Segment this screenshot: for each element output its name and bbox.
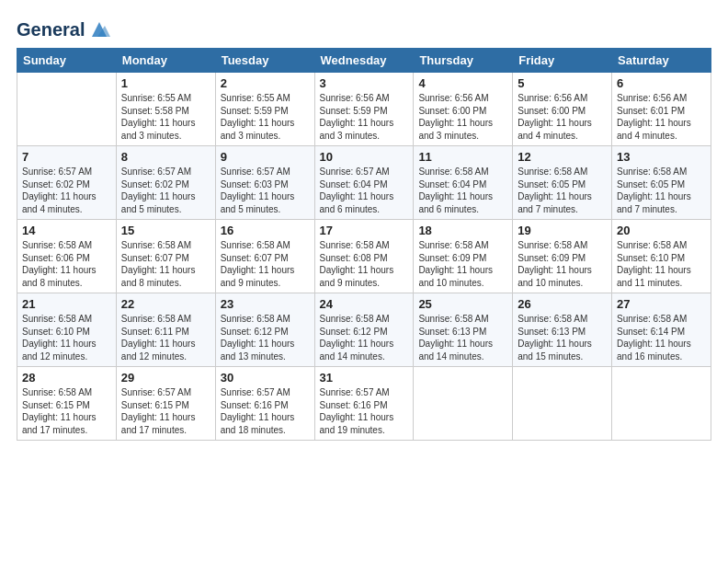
calendar-cell: 20Sunrise: 6:58 AMSunset: 6:10 PMDayligh… xyxy=(612,220,711,293)
day-info: Sunrise: 6:58 AMSunset: 6:09 PMDaylight:… xyxy=(518,239,607,289)
calendar-cell: 6Sunrise: 6:56 AMSunset: 6:01 PMDaylight… xyxy=(612,73,711,146)
calendar-cell: 8Sunrise: 6:57 AMSunset: 6:02 PMDaylight… xyxy=(116,146,215,220)
calendar-cell: 1Sunrise: 6:55 AMSunset: 5:58 PMDaylight… xyxy=(116,73,215,146)
weekday-saturday: Saturday xyxy=(612,49,711,73)
day-number: 8 xyxy=(121,150,210,164)
day-number: 21 xyxy=(22,297,111,311)
week-row-2: 7Sunrise: 6:57 AMSunset: 6:02 PMDaylight… xyxy=(17,146,711,220)
day-info: Sunrise: 6:58 AMSunset: 6:15 PMDaylight:… xyxy=(22,386,111,436)
calendar-cell: 2Sunrise: 6:55 AMSunset: 5:59 PMDaylight… xyxy=(215,73,314,146)
day-info: Sunrise: 6:58 AMSunset: 6:13 PMDaylight:… xyxy=(518,313,607,362)
weekday-wednesday: Wednesday xyxy=(314,49,414,73)
day-number: 23 xyxy=(221,297,310,311)
day-number: 26 xyxy=(518,297,607,311)
weekday-header-row: SundayMondayTuesdayWednesdayThursdayFrid… xyxy=(17,49,711,73)
calendar-cell: 29Sunrise: 6:57 AMSunset: 6:15 PMDayligh… xyxy=(116,367,215,441)
day-number: 16 xyxy=(221,224,310,237)
calendar-cell: 12Sunrise: 6:58 AMSunset: 6:05 PMDayligh… xyxy=(513,146,612,220)
calendar-cell: 14Sunrise: 6:58 AMSunset: 6:06 PMDayligh… xyxy=(17,220,117,293)
day-number: 19 xyxy=(518,224,607,237)
calendar-cell xyxy=(17,73,117,146)
logo-icon xyxy=(86,17,112,42)
calendar-cell: 7Sunrise: 6:57 AMSunset: 6:02 PMDaylight… xyxy=(17,146,117,220)
day-number: 3 xyxy=(320,76,409,90)
day-number: 30 xyxy=(221,371,310,385)
day-info: Sunrise: 6:57 AMSunset: 6:02 PMDaylight:… xyxy=(22,166,111,215)
calendar-cell: 15Sunrise: 6:58 AMSunset: 6:07 PMDayligh… xyxy=(116,220,215,293)
calendar-cell: 31Sunrise: 6:57 AMSunset: 6:16 PMDayligh… xyxy=(314,367,414,441)
day-number: 7 xyxy=(22,150,111,164)
day-number: 10 xyxy=(320,150,409,164)
calendar-cell xyxy=(513,367,612,441)
weekday-monday: Monday xyxy=(116,49,215,73)
calendar-cell: 30Sunrise: 6:57 AMSunset: 6:16 PMDayligh… xyxy=(215,367,314,441)
day-number: 4 xyxy=(418,76,507,90)
day-info: Sunrise: 6:58 AMSunset: 6:05 PMDaylight:… xyxy=(617,166,706,215)
day-info: Sunrise: 6:57 AMSunset: 6:03 PMDaylight:… xyxy=(221,166,310,215)
weekday-thursday: Thursday xyxy=(414,49,513,73)
day-info: Sunrise: 6:58 AMSunset: 6:10 PMDaylight:… xyxy=(22,313,111,362)
day-info: Sunrise: 6:58 AMSunset: 6:12 PMDaylight:… xyxy=(320,313,409,362)
day-info: Sunrise: 6:56 AMSunset: 6:01 PMDaylight:… xyxy=(617,92,706,142)
day-number: 25 xyxy=(418,297,507,311)
calendar-cell: 13Sunrise: 6:58 AMSunset: 6:05 PMDayligh… xyxy=(612,146,711,220)
week-row-5: 28Sunrise: 6:58 AMSunset: 6:15 PMDayligh… xyxy=(17,367,711,441)
calendar-cell: 28Sunrise: 6:58 AMSunset: 6:15 PMDayligh… xyxy=(17,367,117,441)
day-info: Sunrise: 6:57 AMSunset: 6:16 PMDaylight:… xyxy=(320,386,409,436)
day-info: Sunrise: 6:57 AMSunset: 6:16 PMDaylight:… xyxy=(221,386,310,436)
calendar-cell: 4Sunrise: 6:56 AMSunset: 6:00 PMDaylight… xyxy=(414,73,513,146)
day-number: 15 xyxy=(121,224,210,237)
calendar-cell: 27Sunrise: 6:58 AMSunset: 6:14 PMDayligh… xyxy=(612,293,711,367)
weekday-friday: Friday xyxy=(513,49,612,73)
logo-text: General xyxy=(17,19,85,40)
day-number: 31 xyxy=(320,371,409,385)
day-number: 5 xyxy=(518,76,607,90)
day-number: 18 xyxy=(418,224,507,237)
calendar-cell: 26Sunrise: 6:58 AMSunset: 6:13 PMDayligh… xyxy=(513,293,612,367)
day-info: Sunrise: 6:58 AMSunset: 6:05 PMDaylight:… xyxy=(518,166,607,215)
day-info: Sunrise: 6:58 AMSunset: 6:13 PMDaylight:… xyxy=(418,313,507,362)
calendar-cell: 3Sunrise: 6:56 AMSunset: 5:59 PMDaylight… xyxy=(314,73,414,146)
week-row-3: 14Sunrise: 6:58 AMSunset: 6:06 PMDayligh… xyxy=(17,220,711,293)
day-info: Sunrise: 6:58 AMSunset: 6:07 PMDaylight:… xyxy=(221,239,310,289)
day-info: Sunrise: 6:58 AMSunset: 6:11 PMDaylight:… xyxy=(121,313,210,362)
day-info: Sunrise: 6:56 AMSunset: 6:00 PMDaylight:… xyxy=(418,92,507,142)
day-number: 1 xyxy=(121,76,210,90)
day-info: Sunrise: 6:57 AMSunset: 6:15 PMDaylight:… xyxy=(121,386,210,436)
calendar-cell xyxy=(414,367,513,441)
calendar-cell: 22Sunrise: 6:58 AMSunset: 6:11 PMDayligh… xyxy=(116,293,215,367)
week-row-4: 21Sunrise: 6:58 AMSunset: 6:10 PMDayligh… xyxy=(17,293,711,367)
day-info: Sunrise: 6:57 AMSunset: 6:02 PMDaylight:… xyxy=(121,166,210,215)
calendar-cell: 23Sunrise: 6:58 AMSunset: 6:12 PMDayligh… xyxy=(215,293,314,367)
day-info: Sunrise: 6:58 AMSunset: 6:10 PMDaylight:… xyxy=(617,239,706,289)
calendar-cell: 17Sunrise: 6:58 AMSunset: 6:08 PMDayligh… xyxy=(314,220,414,293)
calendar-cell: 16Sunrise: 6:58 AMSunset: 6:07 PMDayligh… xyxy=(215,220,314,293)
day-number: 17 xyxy=(320,224,409,237)
calendar-cell: 19Sunrise: 6:58 AMSunset: 6:09 PMDayligh… xyxy=(513,220,612,293)
day-info: Sunrise: 6:58 AMSunset: 6:14 PMDaylight:… xyxy=(617,313,706,362)
day-number: 24 xyxy=(320,297,409,311)
calendar-cell xyxy=(612,367,711,441)
day-info: Sunrise: 6:55 AMSunset: 5:58 PMDaylight:… xyxy=(121,92,210,142)
day-number: 29 xyxy=(121,371,210,385)
day-number: 6 xyxy=(617,76,706,90)
calendar-table: SundayMondayTuesdayWednesdayThursdayFrid… xyxy=(17,48,711,441)
day-info: Sunrise: 6:58 AMSunset: 6:06 PMDaylight:… xyxy=(22,239,111,289)
day-number: 12 xyxy=(518,150,607,164)
calendar-cell: 24Sunrise: 6:58 AMSunset: 6:12 PMDayligh… xyxy=(314,293,414,367)
header: General xyxy=(17,17,711,42)
calendar-cell: 25Sunrise: 6:58 AMSunset: 6:13 PMDayligh… xyxy=(414,293,513,367)
week-row-1: 1Sunrise: 6:55 AMSunset: 5:58 PMDaylight… xyxy=(17,73,711,146)
day-info: Sunrise: 6:58 AMSunset: 6:08 PMDaylight:… xyxy=(320,239,409,289)
day-number: 27 xyxy=(617,297,706,311)
day-number: 11 xyxy=(418,150,507,164)
day-number: 20 xyxy=(617,224,706,237)
weekday-sunday: Sunday xyxy=(17,49,117,73)
calendar-cell: 5Sunrise: 6:56 AMSunset: 6:00 PMDaylight… xyxy=(513,73,612,146)
day-number: 13 xyxy=(617,150,706,164)
day-info: Sunrise: 6:56 AMSunset: 5:59 PMDaylight:… xyxy=(320,92,409,142)
day-info: Sunrise: 6:55 AMSunset: 5:59 PMDaylight:… xyxy=(221,92,310,142)
day-info: Sunrise: 6:56 AMSunset: 6:00 PMDaylight:… xyxy=(518,92,607,142)
calendar-cell: 10Sunrise: 6:57 AMSunset: 6:04 PMDayligh… xyxy=(314,146,414,220)
day-number: 14 xyxy=(22,224,111,237)
